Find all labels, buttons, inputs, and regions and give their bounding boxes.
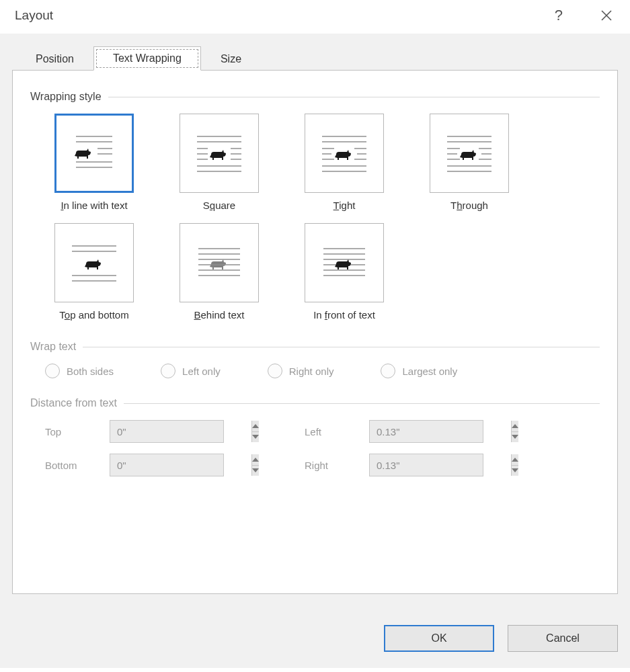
distance-left-label: Left (305, 426, 358, 437)
chevron-up-icon (512, 424, 518, 428)
titlebar: Layout ? (0, 0, 630, 34)
tab-panel: Wrapping style In line with (12, 70, 618, 594)
square-icon (189, 127, 249, 179)
tab-position[interactable]: Position (16, 47, 93, 71)
radio-left-only-label: Left only (182, 366, 221, 377)
radio-both-sides-label: Both sides (67, 366, 114, 377)
chevron-down-icon (252, 435, 259, 439)
spinner-up-button (512, 454, 518, 466)
distance-left-spinner (369, 420, 483, 443)
tab-strip: Position Text Wrapping Size (0, 46, 630, 70)
distance-right-spinner (369, 454, 483, 476)
chevron-down-icon (512, 435, 518, 439)
behind-icon (189, 237, 249, 289)
chevron-up-icon (252, 424, 259, 428)
style-label-top-bottom: Top and bottom (59, 309, 128, 321)
distance-top-spinner (110, 420, 224, 443)
inline-icon (64, 127, 124, 179)
distance-top-input (110, 421, 251, 442)
spinner-up-button (252, 454, 259, 466)
distance-bottom-spinner (110, 454, 224, 476)
radio-largest-only-label: Largest only (402, 366, 457, 377)
radio-left-only: Left only (161, 364, 221, 378)
top-bottom-icon (64, 237, 124, 289)
style-label-tight: Tight (333, 200, 356, 211)
tight-icon (314, 127, 375, 179)
style-label-through: Through (450, 200, 488, 211)
dialog-body: Position Text Wrapping Size Wrapping sty… (0, 34, 630, 668)
style-option-top-bottom[interactable]: Top and bottom (45, 223, 143, 321)
close-icon (600, 9, 613, 22)
distance-right-input (370, 454, 511, 476)
tab-text-wrapping[interactable]: Text Wrapping (93, 46, 201, 71)
tab-size[interactable]: Size (201, 47, 261, 71)
close-button[interactable] (598, 7, 615, 24)
wrap-text-radios: Both sides Left only Right only Largest … (45, 364, 600, 378)
dialog-title: Layout (15, 8, 545, 23)
help-button[interactable]: ? (545, 7, 572, 24)
radio-both-sides: Both sides (45, 364, 114, 378)
style-option-behind[interactable]: Behind text (170, 223, 268, 321)
cancel-button[interactable]: Cancel (508, 625, 618, 652)
through-icon (439, 127, 500, 179)
ok-button[interactable]: OK (384, 625, 494, 652)
spinner-up-button (252, 421, 259, 432)
chevron-up-icon (252, 458, 259, 462)
spinner-down-button (512, 432, 518, 443)
style-label-inline: In line with text (61, 200, 127, 211)
wrapping-style-grid: In line with text Square (45, 114, 600, 321)
front-icon (314, 237, 375, 289)
distance-left-input (370, 421, 511, 442)
style-option-square[interactable]: Square (170, 114, 268, 211)
style-thumb-front (305, 223, 384, 302)
style-option-tight[interactable]: Tight (295, 114, 393, 211)
radio-right-only-label: Right only (289, 366, 334, 377)
distance-bottom-input (110, 454, 251, 476)
distance-top-label: Top (45, 426, 99, 437)
style-thumb-square (180, 114, 259, 193)
style-option-through[interactable]: Through (420, 114, 518, 211)
style-option-inline[interactable]: In line with text (45, 114, 143, 211)
radio-icon (268, 364, 282, 378)
style-option-front[interactable]: In front of text (295, 223, 393, 321)
group-wrap-text-label: Wrap text (30, 341, 76, 353)
radio-largest-only: Largest only (381, 364, 457, 378)
group-distance: Distance from text (30, 397, 600, 409)
distance-controls: Top Bottom (45, 420, 600, 476)
distance-right-label: Right (305, 460, 358, 471)
group-wrapping-style-label: Wrapping style (30, 91, 102, 103)
radio-icon (381, 364, 395, 378)
radio-icon (161, 364, 175, 378)
style-thumb-tight (305, 114, 384, 193)
style-label-behind: Behind text (194, 309, 244, 321)
chevron-up-icon (512, 458, 518, 462)
style-label-square: Square (203, 200, 235, 211)
spinner-down-button (252, 466, 259, 476)
style-thumb-top-bottom (54, 223, 134, 302)
dialog-footer: OK Cancel (384, 625, 618, 652)
style-thumb-behind (180, 223, 259, 302)
radio-icon (45, 364, 60, 378)
spinner-down-button (252, 432, 259, 443)
chevron-down-icon (252, 468, 259, 472)
group-wrapping-style: Wrapping style (30, 91, 600, 103)
radio-right-only: Right only (268, 364, 334, 378)
style-thumb-inline (54, 114, 134, 193)
chevron-down-icon (512, 468, 518, 472)
style-thumb-through (430, 114, 509, 193)
spinner-up-button (512, 421, 518, 432)
group-distance-label: Distance from text (30, 397, 117, 409)
style-label-front: In front of text (313, 309, 375, 321)
spinner-down-button (512, 466, 518, 476)
group-wrap-text: Wrap text (30, 341, 600, 353)
distance-bottom-label: Bottom (45, 460, 99, 471)
